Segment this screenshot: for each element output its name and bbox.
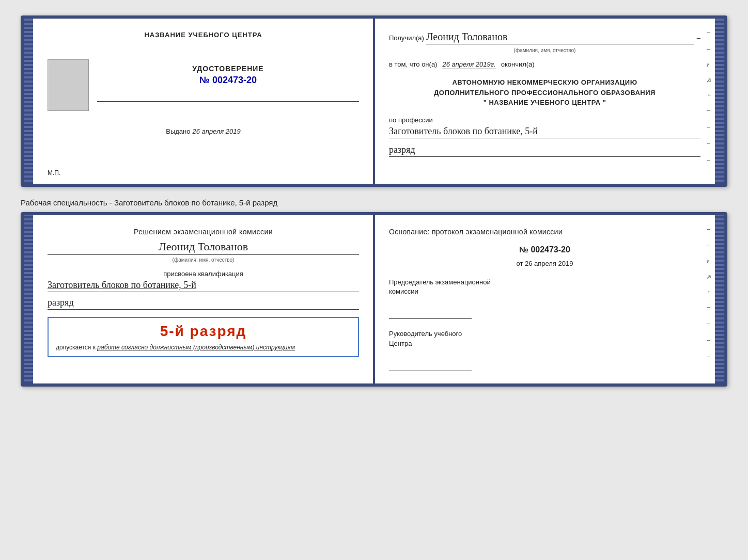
poluchil-label: Получил(а)	[389, 34, 424, 42]
stamp-rank: 5-й разряд	[56, 323, 351, 340]
v-tom-label: в том, что он(а)	[389, 60, 437, 68]
autonomnuyu-line1: АВТОНОМНУЮ НЕКОММЕРЧЕСКУЮ ОРГАНИЗАЦИЮ	[389, 77, 700, 88]
ot-date-block: от 26 апреля 2019	[389, 260, 700, 267]
autonomnuyu-line3: " НАЗВАНИЕ УЧЕБНОГО ЦЕНТРА "	[389, 98, 700, 108]
vydano-block: Выдано 26 апреля 2019	[48, 126, 359, 136]
predsedatel-line2: комиссии	[389, 287, 418, 295]
deco-right-2	[715, 215, 724, 383]
mark-i: и	[707, 62, 712, 68]
rukovoditel-line1: Руководитель учебного	[389, 330, 462, 338]
dopuskaetsya-label: допускается к	[56, 344, 96, 351]
autonomnuyu-line2: ДОПОЛНИТЕЛЬНОГО ПРОФЕССИОНАЛЬНОГО ОБРАЗО…	[389, 88, 700, 98]
udostoverenie-title: УДОСТОВЕРЕНИЕ	[97, 65, 359, 73]
fio-name-2: Леонид Толованов	[48, 240, 359, 255]
dash2-3: –	[707, 303, 712, 311]
cert1-right-page: Получил(а) Леонид Толованов – (фамилия, …	[375, 19, 715, 184]
autonomnuyu-block: АВТОНОМНУЮ НЕКОММЕРЧЕСКУЮ ОРГАНИЗАЦИЮ ДО…	[389, 77, 700, 108]
dash-1: –	[707, 29, 712, 36]
dash2-6: –	[707, 353, 712, 360]
udostoverenie-number: № 002473-20	[97, 75, 359, 86]
dash-5: –	[707, 140, 712, 147]
mark2-left: ←	[707, 289, 712, 294]
poluchil-line: Получил(а) Леонид Толованов –	[389, 31, 700, 44]
right-marks-1: – – и ,а ← – – – –	[707, 29, 712, 164]
kvali-text: Заготовитель блоков по ботанике, 5-й	[48, 280, 359, 292]
mark2-a: ,а	[707, 274, 712, 279]
mark2-i: и	[707, 259, 712, 264]
po-professii-block: по профессии Заготовитель блоков по бота…	[389, 116, 700, 157]
document-container: НАЗВАНИЕ УЧЕБНОГО ЦЕНТРА УДОСТОВЕРЕНИЕ №…	[10, 10, 738, 398]
dopuskaetsya-italic: работе согласно должностным (производств…	[97, 344, 295, 351]
vydano-label: Выдано	[166, 127, 190, 135]
mark-left: ←	[707, 92, 712, 98]
dash2-5: –	[707, 337, 712, 344]
vydano-date: 26 апреля 2019	[193, 127, 241, 135]
okonchil-label: окончил(а)	[501, 60, 535, 68]
signature-line-rukovoditel	[389, 361, 472, 371]
protokol-number: № 002473-20	[389, 245, 700, 254]
deco-left-1	[24, 19, 33, 184]
v-tom-date: 26 апреля 2019г.	[442, 60, 495, 69]
mp-label: М.П.	[48, 169, 60, 177]
ot-date: 26 апреля 2019	[525, 260, 573, 267]
dash2-1: –	[707, 226, 712, 233]
dash-4: –	[707, 123, 712, 131]
osnovanie-title: Основание: протокол экзаменационной коми…	[389, 228, 700, 236]
deco-left-2	[24, 215, 33, 383]
cert2-right-page: Основание: протокол экзаменационной коми…	[375, 215, 715, 383]
udostoverenie-block: УДОСТОВЕРЕНИЕ № 002473-20	[97, 65, 359, 102]
dash-6: –	[707, 156, 712, 164]
certificate-1: НАЗВАНИЕ УЧЕБНОГО ЦЕНТРА УДОСТОВЕРЕНИЕ №…	[21, 15, 727, 187]
dopuskaetsya-block: допускается к работе согласно должностны…	[56, 344, 351, 351]
dash2-2: –	[707, 242, 712, 249]
dash-3: –	[707, 107, 712, 114]
resheniem-title: Решением экзаменационной комиссии	[48, 228, 359, 236]
dash2-4: –	[707, 320, 712, 327]
mark-a: ,а	[707, 77, 712, 83]
fio-name-1: Леонид Толованов	[426, 31, 694, 44]
fio-subtitle-2: (фамилия, имя, отчество)	[48, 257, 359, 263]
certificate-2: Решением экзаменационной комиссии Леонид…	[21, 212, 727, 387]
prisvoena-label: присвоена квалификация	[48, 270, 359, 278]
cert1-left-page: НАЗВАНИЕ УЧЕБНОГО ЦЕНТРА УДОСТОВЕРЕНИЕ №…	[33, 19, 375, 184]
po-professii-label: по профессии	[389, 116, 700, 124]
profession-text: Заготовитель блоков по ботанике, 5-й	[389, 126, 700, 138]
predsedatel-label: Председатель экзаменационной комиссии	[389, 278, 700, 296]
rukovoditel-line2: Центра	[389, 340, 412, 347]
predsedatel-line1: Председатель экзаменационной	[389, 278, 491, 286]
right-marks-2: – – и ,а ← – – – –	[707, 226, 712, 360]
deco-right-1	[715, 19, 724, 184]
specialty-text: Рабочая специальность - Заготовитель бло…	[21, 193, 727, 212]
cert2-left-page: Решением экзаменационной комиссии Леонид…	[33, 215, 375, 383]
signature-line-predsedatel	[389, 309, 472, 319]
rukovoditel-label: Руководитель учебного Центра	[389, 329, 700, 348]
photo-placeholder	[48, 59, 89, 111]
stamp-box: 5-й разряд допускается к работе согласно…	[48, 317, 359, 357]
fio-subtitle-1: (фамилия, имя, отчество)	[389, 47, 700, 53]
predsedatel-block: Председатель экзаменационной комиссии	[389, 278, 700, 319]
v-tom-line: в том, что он(а) 26 апреля 2019г. окончи…	[389, 60, 700, 69]
vydano-row: Выдано 26 апреля 2019	[48, 126, 359, 136]
ot-label: от	[516, 260, 523, 267]
razryad-text-2: разряд	[48, 297, 359, 310]
dash-2: –	[707, 45, 712, 53]
razryad-text-1: разряд	[389, 145, 700, 157]
center-name-title: НАЗВАНИЕ УЧЕБНОГО ЦЕНТРА	[144, 31, 262, 39]
